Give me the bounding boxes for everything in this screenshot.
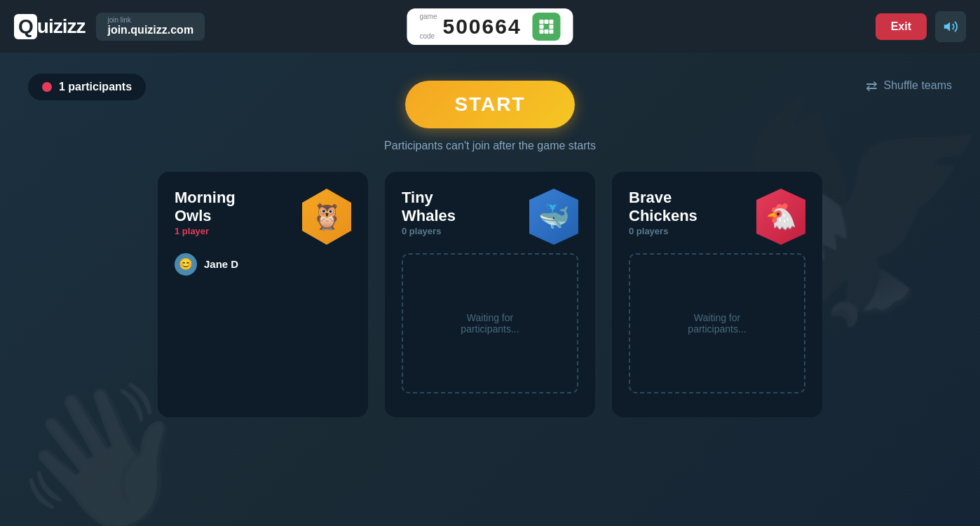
- participants-badge: 1 participants: [28, 74, 146, 100]
- main-area: 1 participants ⇄ Shuffle teams START Par…: [0, 53, 980, 526]
- team-name-owls: MorningOwls: [175, 189, 236, 226]
- waiting-text-chickens: Waiting forparticipants...: [688, 312, 746, 335]
- game-code-box: game code 500664: [407, 8, 573, 45]
- logo-q: Q: [14, 14, 37, 39]
- team-player-count-chickens: 0 players: [629, 226, 697, 236]
- participants-text: 1 participants: [59, 81, 132, 93]
- team-name-whales: TinyWhales: [402, 189, 456, 226]
- waiting-text-whales: Waiting forparticipants...: [461, 312, 519, 335]
- shuffle-icon: ⇄: [866, 77, 878, 94]
- header: Quizizz join link join.quizizz.com game …: [0, 0, 980, 53]
- team-card-brave-chickens: BraveChickens 0 players 🐔 Waiting forpar…: [612, 172, 822, 417]
- team-card-tiny-whales: TinyWhales 0 players 🐳 Waiting forpartic…: [385, 172, 595, 417]
- teams-area: MorningOwls 1 player 🦉 😊 Jane D TinyWhal…: [139, 172, 841, 417]
- team-card-morning-owls: MorningOwls 1 player 🦉 😊 Jane D: [158, 172, 368, 417]
- team-header-owls: MorningOwls 1 player 🦉: [175, 189, 351, 246]
- team-mascot-whales: 🐳: [529, 189, 578, 245]
- team-player-count-owls: 1 player: [175, 226, 236, 236]
- sound-button[interactable]: [935, 11, 966, 42]
- player-name: Jane D: [204, 258, 238, 270]
- qr-button[interactable]: [533, 13, 561, 41]
- game-code-label: game code: [419, 13, 437, 40]
- team-name-chickens: BraveChickens: [629, 189, 697, 226]
- team-header-whales: TinyWhales 0 players 🐳: [402, 189, 578, 246]
- start-button[interactable]: START: [405, 81, 574, 128]
- join-label: join link: [107, 17, 130, 24]
- volume-icon: [943, 19, 958, 34]
- team-header-chickens: BraveChickens 0 players 🐔: [629, 189, 805, 246]
- shuffle-teams-label: Shuffle teams: [883, 79, 952, 92]
- logo: Quizizz: [14, 14, 85, 39]
- exit-button[interactable]: Exit: [876, 13, 927, 40]
- join-url: join.quizizz.com: [107, 24, 193, 36]
- team-mascot-owls: 🦉: [302, 189, 351, 245]
- qr-icon: [540, 20, 554, 34]
- team-player-count-whales: 0 players: [402, 226, 456, 236]
- game-code-number: 500664: [442, 15, 521, 39]
- join-link-box: join link join.quizizz.com: [96, 13, 205, 41]
- avatar: 😊: [175, 253, 197, 276]
- team-mascot-chickens: 🐔: [756, 189, 805, 245]
- header-right: Exit: [876, 11, 966, 42]
- waiting-area-whales: Waiting forparticipants...: [402, 253, 578, 393]
- player-item: 😊 Jane D: [175, 253, 351, 276]
- shuffle-teams-button[interactable]: ⇄ Shuffle teams: [866, 77, 952, 94]
- waiting-area-chickens: Waiting forparticipants...: [629, 253, 805, 393]
- logo-area: Quizizz: [14, 14, 85, 39]
- live-indicator: [42, 82, 52, 92]
- game-code-labels: game code: [419, 13, 437, 40]
- game-start-subtitle: Participants can't join after the game s…: [384, 140, 596, 152]
